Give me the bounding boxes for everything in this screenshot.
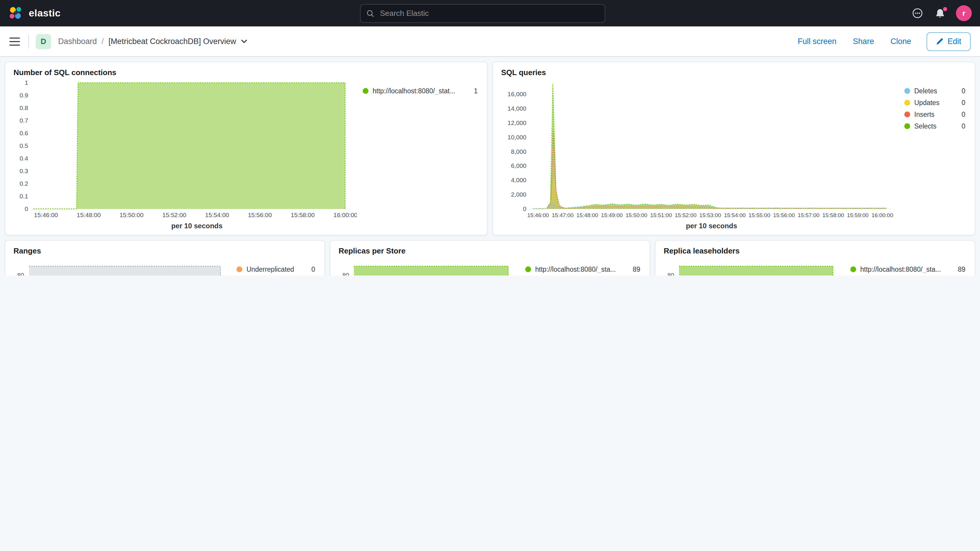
- chart-number-of-sql-connections[interactable]: 00.10.20.30.40.50.60.70.80.9115:46:0015:…: [13, 78, 357, 221]
- legend-swatch: [237, 266, 242, 272]
- legend-swatch: [904, 111, 910, 117]
- svg-text:2,000: 2,000: [511, 191, 527, 198]
- svg-text:15:51:00: 15:51:00: [650, 212, 672, 218]
- breadcrumb-separator: /: [102, 37, 104, 46]
- legend-value: 0: [957, 111, 965, 118]
- svg-text:80: 80: [668, 272, 674, 276]
- legend-swatch: [850, 266, 856, 272]
- svg-text:0: 0: [523, 205, 527, 212]
- chart-legend: http://localhost:8080/_sta...89: [845, 256, 967, 276]
- svg-text:15:48:00: 15:48:00: [577, 212, 598, 218]
- legend-item[interactable]: Selects0: [904, 123, 965, 130]
- chart-replica-leaseholders[interactable]: 0102030405060708015:46:0015:49:0015:52:0…: [664, 256, 845, 276]
- legend-value: 0: [307, 266, 315, 273]
- svg-text:80: 80: [342, 272, 349, 276]
- clone-button[interactable]: Clone: [885, 33, 917, 49]
- panel-title: Replicas per Store: [339, 247, 641, 255]
- legend-item[interactable]: http://localhost:8080/_stat...1: [363, 88, 478, 94]
- legend-swatch: [363, 88, 369, 94]
- search-input[interactable]: [379, 8, 599, 18]
- svg-text:15:53:00: 15:53:00: [700, 212, 721, 218]
- panel-ranges: Ranges 0102030405060708015:46:0015:48:00…: [5, 240, 325, 276]
- legend-label: Selects: [914, 123, 936, 130]
- svg-text:8,000: 8,000: [511, 148, 527, 155]
- legend-label: Deletes: [914, 88, 937, 94]
- legend-label: Underreplicated: [247, 266, 294, 273]
- svg-text:15:59:00: 15:59:00: [847, 212, 869, 218]
- legend-item[interactable]: Deletes0: [904, 88, 965, 94]
- full-screen-button[interactable]: Full screen: [792, 33, 842, 49]
- legend-value: 89: [953, 266, 965, 273]
- chart-replicas-per-store[interactable]: 0102030405060708015:46:0015:49:0015:52:0…: [339, 256, 519, 276]
- avatar[interactable]: r: [956, 5, 972, 21]
- svg-text:16:00:00: 16:00:00: [872, 212, 893, 218]
- edit-button[interactable]: Edit: [926, 32, 970, 51]
- legend-item[interactable]: Underreplicated0: [237, 266, 315, 273]
- svg-text:80: 80: [18, 272, 24, 276]
- legend-label: http://localhost:8080/_stat...: [372, 88, 455, 94]
- svg-text:0.3: 0.3: [20, 167, 28, 174]
- panel-sql-queries: SQL queries 02,0004,0006,0008,00010,0001…: [492, 62, 975, 235]
- svg-text:15:58:00: 15:58:00: [291, 212, 315, 218]
- legend-item[interactable]: http://localhost:8080/_sta...89: [525, 266, 640, 273]
- toolbar-divider: [28, 34, 29, 48]
- panel-title: Ranges: [13, 247, 316, 255]
- legend-item[interactable]: Updates0: [904, 99, 965, 106]
- breadcrumb-dashboard[interactable]: Dashboard: [58, 37, 97, 46]
- svg-text:15:54:00: 15:54:00: [205, 212, 229, 218]
- dashboard-grid: Number of SQL connections 00.10.20.30.40…: [0, 57, 980, 276]
- panel-title: Replica leaseholders: [664, 247, 967, 255]
- kibana-app: elastic: [0, 0, 980, 276]
- svg-text:16:00:00: 16:00:00: [334, 212, 357, 218]
- chart-ranges[interactable]: 0102030405060708015:46:0015:48:0015:50:0…: [13, 256, 231, 276]
- chart-sql-queries[interactable]: 02,0004,0006,0008,00010,00012,00014,0001…: [501, 78, 899, 221]
- svg-text:0.2: 0.2: [20, 180, 28, 187]
- x-axis-unit-label: per 10 seconds: [13, 221, 357, 234]
- svg-text:0: 0: [25, 205, 28, 212]
- legend-value: 0: [957, 99, 965, 106]
- svg-text:15:46:00: 15:46:00: [34, 212, 58, 218]
- svg-text:15:46:00: 15:46:00: [527, 212, 549, 218]
- panel-replica-leaseholders: Replica leaseholders 0102030405060708015…: [655, 240, 975, 276]
- legend-value: 0: [957, 123, 965, 130]
- brand-name: elastic: [29, 7, 61, 19]
- elastic-home-link[interactable]: elastic: [8, 6, 61, 21]
- notifications-button[interactable]: [934, 7, 947, 20]
- search-icon: [366, 9, 374, 17]
- chevron-down-icon[interactable]: [241, 39, 248, 44]
- svg-text:15:57:00: 15:57:00: [798, 212, 819, 218]
- svg-text:15:50:00: 15:50:00: [119, 212, 143, 218]
- legend-label: http://localhost:8080/_sta...: [535, 266, 616, 273]
- breadcrumb-current: [Metricbeat CockroachDB] Overview: [108, 37, 236, 46]
- chart-legend: http://localhost:8080/_sta...89: [519, 256, 641, 276]
- panel-replicas-per-store: Replicas per Store 0102030405060708015:4…: [330, 240, 650, 276]
- svg-text:16,000: 16,000: [508, 91, 527, 97]
- panel-title: SQL queries: [501, 68, 967, 77]
- help-button[interactable]: [911, 6, 924, 20]
- dashboard-app-badge[interactable]: D: [36, 34, 51, 49]
- svg-text:15:55:00: 15:55:00: [748, 212, 770, 218]
- legend-item[interactable]: Inserts0: [904, 111, 965, 118]
- svg-text:10,000: 10,000: [508, 134, 527, 140]
- legend-label: http://localhost:8080/_sta...: [860, 266, 941, 273]
- svg-text:0.4: 0.4: [20, 155, 29, 162]
- menu-button[interactable]: [7, 35, 22, 48]
- svg-text:0.7: 0.7: [20, 117, 28, 124]
- chart-legend: Underreplicated0Overreplicated0Unavailab…: [231, 256, 316, 276]
- legend-value: 0: [957, 88, 965, 94]
- edit-button-label: Edit: [947, 37, 961, 46]
- pencil-icon: [936, 38, 943, 45]
- svg-text:12,000: 12,000: [508, 119, 527, 126]
- share-button[interactable]: Share: [847, 33, 880, 49]
- elastic-logo: [8, 6, 24, 21]
- dashboard-toolbar: D Dashboard / [Metricbeat CockroachDB] O…: [0, 26, 980, 57]
- legend-item[interactable]: http://localhost:8080/_sta...89: [850, 266, 965, 273]
- svg-text:0.1: 0.1: [20, 193, 28, 199]
- svg-text:15:58:00: 15:58:00: [822, 212, 844, 218]
- svg-text:15:54:00: 15:54:00: [724, 212, 746, 218]
- svg-text:15:56:00: 15:56:00: [248, 212, 272, 218]
- svg-text:0.9: 0.9: [20, 92, 28, 99]
- svg-text:6,000: 6,000: [511, 162, 527, 169]
- chart-legend: Deletes0Updates0Inserts0Selects0: [899, 78, 967, 234]
- breadcrumb: Dashboard / [Metricbeat CockroachDB] Ove…: [58, 37, 248, 46]
